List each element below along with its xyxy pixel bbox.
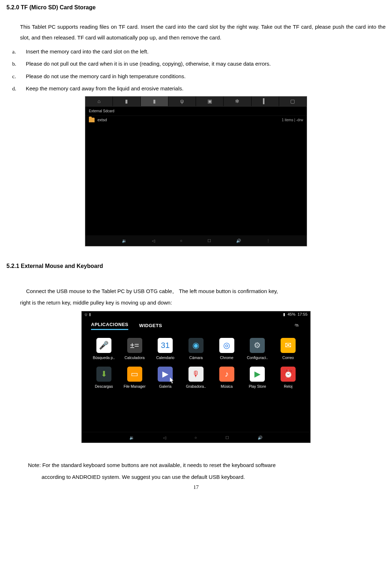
app-settings[interactable]: ⚙Configuraci..	[245, 338, 271, 360]
list-text: Please do not use the memory card in hig…	[26, 71, 386, 82]
gallery-icon: ▶	[158, 367, 173, 382]
list-text: Insert the memory card into the card slo…	[26, 47, 386, 57]
calculator-icon: ±=	[127, 338, 142, 353]
intro-paragraph: This Tablet PC supports reading files on…	[20, 22, 386, 43]
file-manager-screenshot: ⌂ ▮ ▮ ψ ▣ ✻ ▍ ▢ External Sdcard extsd 1 …	[85, 96, 307, 246]
app-file-manager[interactable]: ▭File Manager	[122, 367, 148, 389]
system-nav-bar: 🔉 ◁ ○ ☐ 🔊 ⋮	[85, 235, 307, 246]
app-recorder[interactable]: 🎙Grabadora..	[183, 367, 209, 389]
sd-tab[interactable]: ▮	[113, 96, 140, 106]
app-email[interactable]: ✉Correo	[275, 338, 301, 360]
home-nav-icon[interactable]: ○	[195, 435, 197, 440]
volume-up-icon[interactable]: 🔊	[236, 238, 241, 244]
app-voice-search[interactable]: 🎤Búsqueda p..	[91, 338, 117, 360]
app-calculator[interactable]: ±=Calculadora	[122, 338, 148, 360]
app-gallery[interactable]: ▶Galería	[152, 367, 178, 389]
volume-up-icon[interactable]: 🔊	[258, 435, 263, 440]
system-nav-bar: 🔉 ◁ ○ ☐ 🔊	[82, 432, 310, 443]
volume-down-icon[interactable]: 🔉	[122, 238, 127, 244]
battery-icon: ▮	[283, 312, 285, 317]
recents-icon[interactable]: ☐	[225, 435, 229, 440]
shop-icon[interactable]: 🛍	[295, 322, 301, 329]
recents-icon[interactable]: ☐	[207, 238, 211, 244]
heading-520: 5.2.0 TF (Micro SD) Card Storage	[6, 4, 386, 11]
app-label: Galería	[159, 384, 171, 389]
list-marker: d.	[12, 84, 26, 94]
back-icon[interactable]: ◁	[163, 435, 166, 440]
folder-row[interactable]: extsd 1 items | -drw	[85, 116, 307, 124]
app-clock[interactable]: ⏰Reloj	[275, 367, 301, 389]
app-music[interactable]: ♪Música	[214, 367, 240, 389]
app-camera[interactable]: ◉Cámara	[183, 338, 209, 360]
app-label: Cámara	[189, 355, 202, 360]
image-tab[interactable]: ▣	[196, 96, 224, 106]
folder-meta: 1 items | -drw	[282, 118, 303, 123]
drawer-tabs: APLICACIONES WIDGETS 🛍	[82, 318, 310, 333]
usb-status-icon: ψ	[85, 312, 87, 317]
volume-down-icon[interactable]: 🔉	[129, 435, 134, 440]
tab-aplicaciones[interactable]: APLICACIONES	[91, 321, 128, 330]
usb-icon: ψ	[180, 98, 184, 105]
mouse-paragraph-line2: right is the return key, middle pulley k…	[20, 297, 386, 308]
app-label: Reloj	[284, 384, 292, 389]
app-drawer-screenshot: ψ ▮ ▮ 45% 17:55 APLICACIONES WIDGETS 🛍 🎤…	[81, 311, 311, 443]
instruction-list: a. Insert the memory card into the card …	[12, 47, 386, 94]
settings-icon: ⚙	[250, 338, 265, 353]
app-chrome[interactable]: ◎Chrome	[214, 338, 240, 360]
list-text: Please do not pull out the card when it …	[26, 59, 386, 69]
home-nav-icon[interactable]: ○	[180, 238, 182, 244]
chrome-icon: ◎	[219, 338, 234, 353]
menu-dots-icon[interactable]: ⋮	[266, 238, 270, 244]
list-item: d. Keep the memory card away from the li…	[12, 84, 386, 94]
box-tab[interactable]: ▢	[279, 96, 307, 106]
sd2-icon: ▮	[153, 98, 156, 105]
card-status-icon: ▮	[89, 312, 91, 317]
app-label: Música	[221, 384, 233, 389]
play-store-icon: ▶	[250, 367, 265, 382]
app-play-store[interactable]: ▶Play Store	[245, 367, 271, 389]
bar-tab[interactable]: ▍	[252, 96, 279, 106]
voice-search-icon: 🎤	[96, 338, 111, 353]
tab-widgets[interactable]: WIDGETS	[139, 322, 162, 329]
folder-icon	[89, 118, 95, 122]
usb-tab[interactable]: ψ	[168, 96, 196, 106]
apps-grid-row1: 🎤Búsqueda p..±=Calculadora31Calendario◉C…	[82, 333, 310, 360]
calendar-icon: 31	[158, 338, 173, 353]
page-number: 17	[6, 484, 386, 491]
list-item: a. Insert the memory card into the card …	[12, 47, 386, 57]
list-item: b. Please do not pull out the card when …	[12, 59, 386, 69]
downloads-icon: ⬇	[96, 367, 111, 382]
app-label: Descargas	[95, 384, 113, 389]
home-icon: ⌂	[97, 98, 100, 105]
app-label: Correo	[282, 355, 294, 360]
music-icon: ♪	[219, 367, 234, 382]
note-line2: according to ANDROIED system. We suggest…	[42, 472, 386, 482]
app-label: Chrome	[220, 355, 233, 360]
app-label: Grabadora..	[186, 384, 206, 389]
list-text: Keep the memory card away from the liqui…	[26, 84, 386, 94]
note-line1: Note: For the standard keyboard some but…	[28, 460, 386, 471]
image-icon: ▣	[207, 98, 212, 105]
file-manager-icon: ▭	[127, 367, 142, 382]
box-icon: ▢	[290, 98, 295, 105]
app-label: Play Store	[249, 384, 266, 389]
breadcrumb: External Sdcard	[85, 107, 307, 116]
back-icon[interactable]: ◁	[152, 238, 155, 244]
app-calendar[interactable]: 31Calendario	[152, 338, 178, 360]
home-tab[interactable]: ⌂	[85, 96, 113, 106]
app-downloads[interactable]: ⬇Descargas	[91, 367, 117, 389]
status-bar: ψ ▮ ▮ 45% 17:55	[82, 311, 310, 318]
app-label: Calculadora	[125, 355, 145, 360]
sd2-tab[interactable]: ▮	[141, 96, 168, 106]
sd-icon: ▮	[125, 98, 128, 105]
clock-icon: ⏰	[281, 367, 296, 382]
camera-icon: ◉	[188, 338, 204, 353]
movie-icon: ✻	[235, 98, 239, 105]
drawer-empty-space	[82, 389, 310, 432]
app-label: Calendario	[156, 355, 175, 360]
email-icon: ✉	[281, 338, 296, 353]
app-label: Configuraci..	[247, 355, 268, 360]
movie-tab[interactable]: ✻	[224, 96, 251, 106]
apps-grid-row2: ⬇Descargas▭File Manager▶Galería🎙Grabador…	[82, 360, 310, 389]
folder-name: extsd	[97, 117, 107, 123]
